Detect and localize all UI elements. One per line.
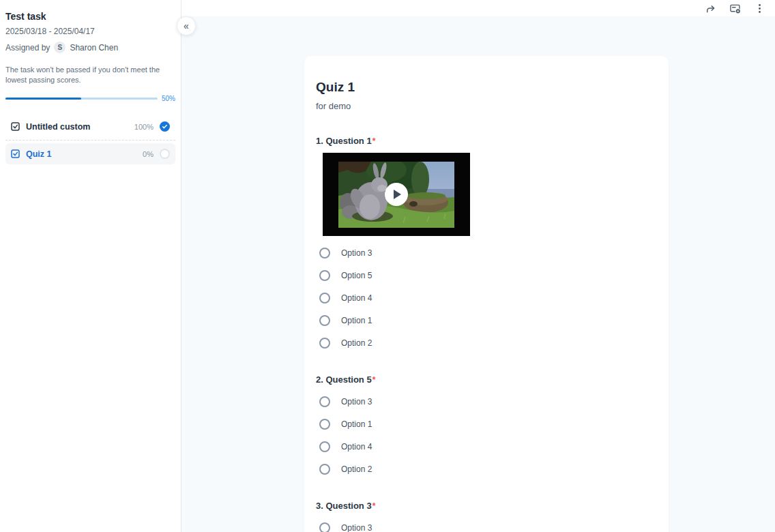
checkbox-check-icon (11, 122, 20, 131)
option-label: Option 3 (341, 248, 372, 258)
quiz-option[interactable]: Option 3 (316, 516, 657, 532)
passing-score-note: The task won't be passed if you don't me… (5, 65, 175, 85)
task-item-label: Untitled custom (26, 122, 128, 132)
radio-button-icon[interactable] (319, 338, 330, 349)
quiz-subtitle: for demo (316, 101, 657, 111)
radio-button-icon[interactable] (319, 248, 330, 258)
question-title-text: 3. Question 3 (316, 501, 372, 511)
required-asterisk: * (372, 375, 376, 385)
question-title: 2. Question 5* (316, 374, 657, 385)
quiz-option[interactable]: Option 4 (316, 435, 657, 458)
radio-button-icon[interactable] (319, 270, 330, 281)
task-item-percent: 0% (143, 150, 153, 158)
collapse-sidebar-icon: « (184, 20, 189, 31)
task-sidebar: Test task 2025/03/18 - 2025/04/17 Assign… (0, 0, 181, 532)
option-label: Option 4 (341, 293, 372, 303)
option-label: Option 4 (341, 442, 372, 452)
required-asterisk: * (372, 136, 376, 146)
question-title: 1. Question 1* (316, 136, 657, 146)
radio-button-icon[interactable] (319, 522, 330, 532)
video-thumbnail[interactable] (323, 153, 470, 236)
quiz-option[interactable]: Option 1 (316, 413, 657, 435)
assignee-name: Sharon Chen (70, 43, 118, 53)
quiz-option[interactable]: Option 4 (316, 286, 657, 309)
radio-button-icon[interactable] (319, 464, 330, 475)
main-area: Quiz 1 for demo 1. Question 1* (181, 0, 775, 532)
task-progress-row: 50% (5, 95, 175, 102)
topbar (181, 0, 775, 16)
task-status-icon (160, 121, 170, 132)
task-item-percent: 100% (134, 123, 153, 131)
question: 1. Question 1* (316, 136, 657, 354)
option-label: Option 2 (341, 338, 372, 348)
option-label: Option 3 (341, 397, 372, 407)
radio-button-icon[interactable] (319, 293, 330, 304)
share-icon[interactable] (705, 3, 716, 14)
sidebar-task-list: Untitled custom 100% Quiz 1 0% (5, 116, 175, 164)
play-triangle (394, 190, 401, 199)
sidebar-item-untitled-custom[interactable]: Untitled custom 100% (5, 116, 175, 137)
option-label: Option 3 (341, 523, 372, 532)
option-label: Option 1 (341, 316, 372, 325)
question-title-text: 2. Question 5 (316, 374, 372, 385)
question: 3. Question 3* Option 3 (316, 501, 657, 532)
quiz-option[interactable]: Option 2 (316, 331, 657, 354)
question-list: 1. Question 1* (316, 136, 657, 532)
option-list: Option 3 Option 5 Option 4 Option 1 Opti… (316, 241, 657, 354)
question-title: 3. Question 3* (316, 501, 657, 511)
task-title: Test task (5, 11, 175, 22)
form-settings-icon[interactable] (729, 3, 741, 14)
required-asterisk: * (372, 501, 376, 511)
question: 2. Question 5* Option 3 Option 1 Option … (316, 374, 657, 480)
radio-button-icon[interactable] (319, 441, 330, 452)
radio-button-icon[interactable] (319, 315, 330, 326)
task-item-label: Quiz 1 (26, 149, 136, 159)
quiz-option[interactable]: Option 3 (316, 390, 657, 413)
avatar: S (54, 42, 65, 53)
kebab-menu-icon[interactable] (754, 3, 765, 14)
option-label: Option 1 (341, 419, 372, 429)
option-list: Option 3 (316, 516, 657, 532)
progress-percent: 50% (162, 95, 175, 102)
progress-fill (5, 98, 81, 100)
collapse-sidebar-button[interactable]: « (177, 16, 196, 35)
task-date-range: 2025/03/18 - 2025/04/17 (5, 27, 175, 36)
question-title-text: 1. Question 1 (316, 136, 372, 146)
assigned-by-row: Assigned by S Sharon Chen (5, 42, 175, 53)
quiz-title: Quiz 1 (316, 80, 657, 95)
dashed-divider (5, 140, 175, 141)
quiz-option[interactable]: Option 3 (316, 241, 657, 264)
radio-button-icon[interactable] (319, 396, 330, 407)
task-status-icon (160, 149, 170, 159)
play-icon[interactable] (385, 183, 408, 206)
option-list: Option 3 Option 1 Option 4 Option 2 (316, 390, 657, 480)
quiz-option[interactable]: Option 2 (316, 458, 657, 480)
progress-bar (5, 98, 158, 100)
quiz-scroll-area: Quiz 1 for demo 1. Question 1* (181, 16, 775, 532)
option-label: Option 5 (341, 271, 372, 280)
option-label: Option 2 (341, 464, 372, 474)
sidebar-item-quiz-1[interactable]: Quiz 1 0% (5, 143, 175, 164)
quiz-option[interactable]: Option 1 (316, 309, 657, 331)
assigned-by-label: Assigned by (5, 43, 50, 53)
radio-button-icon[interactable] (319, 419, 330, 430)
quiz-card: Quiz 1 for demo 1. Question 1* (304, 56, 669, 532)
checkbox-check-icon (11, 149, 20, 158)
quiz-option[interactable]: Option 5 (316, 264, 657, 286)
